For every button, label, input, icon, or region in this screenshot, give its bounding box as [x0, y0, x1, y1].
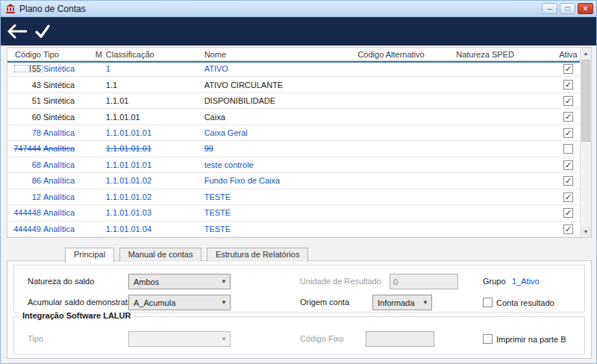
conta-resultado-checkbox[interactable] [483, 298, 493, 307]
cell-tipo: Analítica [43, 160, 96, 169]
cell-classificacao: 1.1.01 [106, 96, 204, 105]
cell-classificacao: 1.1.01.01.02 [106, 176, 204, 185]
cell-codigo: 68 [13, 160, 43, 169]
natureza-saldo-label: Natureza do saldo [28, 274, 94, 289]
table-row[interactable]: 60 Sintética 1.1.01.01 Caixa [7, 109, 581, 125]
table-row[interactable]: 12 Analítica 1.1.01.01.02 TESTE [7, 189, 581, 205]
tab-manual-de-contas[interactable]: Manual de contas [119, 248, 202, 262]
ativa-checkbox[interactable] [563, 80, 573, 90]
tab-principal[interactable]: Principal [65, 248, 114, 263]
table-row[interactable]: 51 Sintética 1.1.01 DISPONIBILIDADE [7, 93, 581, 109]
minimize-button[interactable]: – [542, 3, 557, 14]
grupo-link[interactable]: 1_Ativo [512, 274, 540, 289]
cell-tipo: Sintética [43, 113, 96, 122]
ativa-checkbox[interactable] [563, 112, 573, 122]
ativa-checkbox[interactable] [563, 96, 573, 106]
chevron-down-icon: ▼ [218, 278, 230, 285]
cell-nome: TESTE [204, 192, 358, 201]
scrollbar-thumb[interactable] [581, 60, 590, 142]
conta-resultado-label: Conta resultado [496, 298, 554, 307]
cell-classificacao: 1.1 [106, 81, 204, 90]
imprimir-parte-b-checkbox[interactable] [483, 334, 493, 344]
table-row[interactable]: 55 Sintética 1 ATIVO [7, 61, 581, 77]
app-window: Plano de Contas – □ × Código Tipo M Clas… [0, 0, 597, 364]
table-row[interactable]: 78 Analítica 1.1.01.01.01 Caixa Geral [7, 125, 581, 141]
cell-tipo: Sintética [43, 64, 96, 73]
cell-ativa [556, 160, 581, 170]
table-row[interactable]: 444448 Analítica 1.1.01.01.03 TESTE [7, 205, 581, 221]
cell-nome: TESTE [204, 208, 358, 217]
toolbar [1, 17, 596, 46]
cell-classificacao: 1.1.01.01.01 [106, 160, 204, 169]
cell-nome: ATIVO CIRCULANTE [204, 81, 358, 90]
column-header-nome[interactable]: Nome [204, 50, 358, 59]
cell-nome: 99 [204, 144, 358, 153]
column-header-codigo[interactable]: Código [13, 50, 43, 59]
acumular-saldo-select[interactable]: A_Acumula ▼ [128, 295, 231, 310]
back-button[interactable] [7, 22, 28, 41]
tab-estrutura-de-relatorios[interactable]: Estrutura de Relatórios [207, 248, 309, 262]
origem-conta-select[interactable]: Informada ▼ [372, 295, 432, 310]
table-row[interactable]: 86 Analítica 1.1.01.01.02 Fundo Fixo de … [7, 173, 581, 189]
ativa-checkbox[interactable] [563, 176, 573, 186]
cell-tipo: Sintética [43, 81, 96, 90]
column-header-m[interactable]: M [96, 50, 106, 59]
column-header-ativa[interactable]: Ativa [556, 50, 581, 59]
cell-nome: Caixa [204, 113, 358, 122]
window-title: Plano de Contas [19, 4, 540, 14]
codigo-fixo-label: Código Fixo [300, 331, 344, 347]
cell-codigo: 60 [13, 113, 43, 122]
acumular-saldo-value: A_Acumula [129, 298, 218, 307]
scroll-up-button[interactable]: ▲ [581, 48, 591, 59]
table-row[interactable]: 747444 Analítica 1.1.01.01.01 99 [7, 141, 581, 157]
back-arrow-icon [7, 24, 27, 39]
imprimir-parte-b-field: Imprimir na parte B [483, 331, 566, 347]
cell-nome: DISPONIBILIDADE [204, 96, 358, 105]
lalur-groupbox-title: Integração Software LALUR [19, 311, 134, 320]
cell-classificacao: 1.1.01.01.01 [106, 144, 204, 153]
cell-nome: TESTE [204, 225, 358, 233]
cell-nome: teste controle [204, 160, 358, 169]
ativa-checkbox[interactable] [563, 160, 573, 170]
cell-codigo: 51 [13, 96, 43, 105]
cell-nome: Caixa Geral [204, 128, 358, 137]
column-header-codigo-alternativo[interactable]: Código Alternativo [357, 50, 456, 59]
origem-conta-label: Origem conta [300, 295, 349, 310]
cell-codigo: 444449 [13, 225, 43, 233]
principal-tab-panel: Integração Software LALUR Natureza do sa… [7, 260, 592, 359]
confirm-button[interactable] [32, 22, 53, 41]
ativa-checkbox[interactable] [563, 128, 573, 138]
cell-codigo: 43 [13, 81, 43, 90]
cell-codigo: 55 [13, 64, 43, 73]
chevron-down-icon: ▼ [218, 336, 230, 342]
cell-tipo: Analítica [43, 208, 96, 217]
ativa-checkbox[interactable] [563, 64, 573, 74]
cell-classificacao: 1.1.01.01.02 [106, 192, 204, 201]
ativa-checkbox[interactable] [563, 144, 573, 154]
scroll-down-button[interactable]: ▼ [581, 226, 591, 237]
column-header-classificacao[interactable]: Classificação [106, 50, 204, 59]
cell-ativa [556, 192, 581, 202]
cell-classificacao: 1 [106, 64, 204, 73]
cell-classificacao: 1.1.01.01.01 [106, 128, 204, 137]
tab-strip: Principal Manual de contas Estrutura de … [65, 247, 310, 261]
ativa-checkbox[interactable] [563, 208, 573, 218]
maximize-button[interactable]: □ [560, 3, 575, 14]
cell-ativa [556, 224, 581, 234]
natureza-saldo-select[interactable]: Ambos ▼ [128, 274, 231, 289]
cell-nome: Fundo Fixo de Caixa [204, 176, 358, 185]
unidade-resultado-label: Unidade de Resultado [300, 274, 381, 289]
column-header-natureza-sped[interactable]: Natureza SPED [456, 50, 556, 59]
close-button[interactable]: × [578, 3, 593, 14]
ativa-checkbox[interactable] [563, 225, 573, 234]
column-header-tipo[interactable]: Tipo [43, 50, 96, 59]
chevron-down-icon: ▼ [218, 299, 230, 306]
table-row[interactable]: 43 Sintética 1.1 ATIVO CIRCULANTE [7, 77, 581, 92]
vertical-scrollbar[interactable]: ▲ ▼ [580, 48, 591, 237]
table-row[interactable]: 444449 Analítica 1.1.01.01.04 TESTE [7, 222, 581, 237]
lalur-tipo-label: Tipo [28, 331, 43, 347]
cell-ativa [556, 144, 581, 154]
table-row[interactable]: 68 Analítica 1.1.01.01.01 teste controle [7, 157, 581, 173]
cell-classificacao: 1.1.01.01 [106, 113, 204, 122]
ativa-checkbox[interactable] [563, 192, 573, 202]
